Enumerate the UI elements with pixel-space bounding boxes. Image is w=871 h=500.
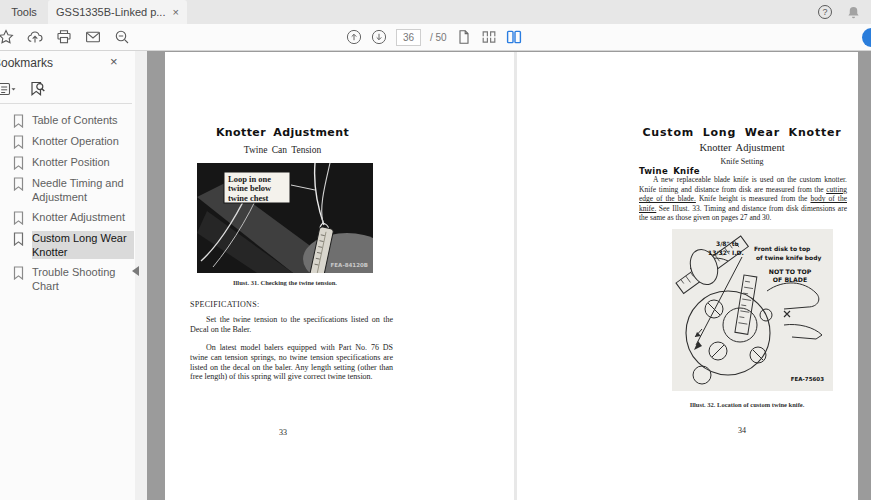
zoom-out-search-icon[interactable] — [114, 29, 130, 45]
sidebar-collapse-arrow-icon[interactable] — [132, 266, 139, 276]
not-to-top-label-line2: OF BLADE — [773, 276, 807, 283]
bookmark-item-table-of-contents[interactable]: Table of Contents — [0, 110, 135, 131]
bookmark-label: Trouble Shooting Chart — [32, 265, 134, 293]
bell-icon[interactable] — [846, 5, 861, 20]
page-number-input[interactable] — [396, 29, 421, 46]
tabbar-spacer — [187, 0, 818, 24]
tab-document-label: GSS1335B-Linked p... — [56, 6, 165, 18]
para-segment: Knife height is measured from the — [696, 194, 811, 203]
bookmark-label: Knotter Operation — [32, 134, 119, 148]
bookmark-icon — [13, 211, 24, 225]
bookmark-icon — [13, 177, 24, 191]
bookmark-item-needle-timing-and-adjustment[interactable]: Needle Timing and Adjustment — [0, 173, 135, 207]
illustration-reference-code: FEA-75603 — [791, 376, 824, 382]
section-subtitle: Twine Can Tension — [165, 145, 400, 155]
bookmark-icon — [13, 156, 24, 170]
next-page-icon[interactable] — [371, 29, 387, 45]
tab-close-icon[interactable]: × — [172, 7, 178, 18]
illustration-32-caption: Illust. 32. Location of custom twine kni… — [637, 401, 857, 408]
bookmark-item-knotter-adjustment[interactable]: Knotter Adjustment — [0, 207, 135, 228]
two-page-view-icon[interactable] — [506, 29, 522, 45]
bookmark-item-custom-long-wear-knotter[interactable]: Custom Long Wear Knotter — [0, 228, 135, 262]
photo-label-line1: Loop in one — [228, 174, 271, 184]
bookmark-label: Custom Long Wear Knotter — [32, 231, 134, 259]
right-page-paragraph: A new replaceable blade knife is used on… — [639, 175, 847, 223]
chapter-title: Custom Long Wear Knotter — [622, 126, 862, 139]
left-page-paragraph-2: On latest model balers equipped with Par… — [190, 343, 393, 382]
bookmarks-panel: Bookmarks × Table of Contents Knotter — [0, 51, 147, 500]
bookmarks-panel-title: Bookmarks — [0, 56, 53, 70]
expand-current-bookmark-icon[interactable] — [30, 81, 46, 97]
para-segment: See Illust. 33. Timing and distance from… — [639, 204, 847, 223]
continuous-scroll-view-icon[interactable] — [481, 29, 497, 45]
chapter-subtitle: Knotter Adjustment — [622, 142, 862, 153]
left-page-number: 33 — [165, 428, 401, 437]
illustration-31-caption: Illust. 31. Checking the twine tension. — [182, 279, 388, 286]
bookmark-label: Table of Contents — [32, 113, 118, 127]
sidebar-divider — [0, 103, 132, 104]
tab-tools[interactable]: Tools — [0, 0, 48, 24]
bookmark-icon — [13, 114, 24, 128]
knife-setting-label: Knife Setting — [622, 157, 862, 166]
bookmark-item-knotter-operation[interactable]: Knotter Operation — [0, 131, 135, 152]
front-disk-label-line1: Front disk to top — [754, 245, 811, 253]
single-page-view-icon[interactable] — [456, 29, 472, 45]
custom-twine-knife-illustration: 3/8" to 13/32" I.D. Front disk to top of… — [672, 229, 833, 391]
account-avatar[interactable] — [862, 28, 871, 47]
print-icon[interactable] — [56, 29, 72, 45]
share-cloud-icon[interactable] — [27, 29, 43, 45]
bookmark-item-knotter-position[interactable]: Knotter Position — [0, 152, 135, 173]
help-glyph: ? — [822, 7, 827, 17]
page-total-label: / 50 — [430, 32, 447, 43]
specifications-heading: SPECIFICATIONS: — [190, 300, 259, 309]
front-disk-label-line2: of twine knife body — [756, 254, 822, 262]
tab-bar: Tools GSS1335B-Linked p... × ? — [0, 0, 871, 24]
bookmark-icon — [13, 232, 24, 246]
tab-tools-label: Tools — [11, 6, 37, 18]
bookmark-label: Needle Timing and Adjustment — [32, 176, 134, 204]
dimension-label-line2: 13/32" I.D. — [708, 249, 744, 256]
bookmarks-list: Table of Contents Knotter Operation Knot… — [0, 110, 135, 296]
bookmarks-close-icon[interactable]: × — [110, 54, 118, 69]
bookmark-label: Knotter Adjustment — [32, 210, 125, 224]
twine-tension-photo: Loop in one twine below twine chest FEA-… — [197, 163, 373, 273]
photo-label-line3: twine chest — [228, 193, 269, 203]
email-icon[interactable] — [85, 29, 101, 45]
document-page-33: Knotter Adjustment Twine Can Tension — [165, 52, 514, 500]
right-page-number: 34 — [632, 426, 852, 435]
left-page-paragraph-1: Set the twine tension to the specificati… — [190, 315, 393, 335]
help-icon[interactable]: ? — [818, 5, 832, 19]
bookmark-item-trouble-shooting-chart[interactable]: Trouble Shooting Chart — [0, 262, 135, 296]
dimension-label-line1: 3/8" to — [716, 240, 739, 247]
favorite-star-icon[interactable] — [0, 29, 14, 45]
section-title: Knotter Adjustment — [165, 126, 400, 139]
bookmarks-options-icon[interactable] — [0, 81, 16, 97]
bookmark-icon — [13, 135, 24, 149]
toolbar: / 50 — [0, 24, 871, 51]
pdf-viewer-window: Tools GSS1335B-Linked p... × ? — [0, 0, 871, 500]
bookmark-label: Knotter Position — [32, 155, 110, 169]
tab-document[interactable]: GSS1335B-Linked p... × — [48, 0, 187, 24]
document-page-34: Custom Long Wear Knotter Knotter Adjustm… — [517, 52, 858, 500]
document-view-area[interactable]: Knotter Adjustment Twine Can Tension — [147, 51, 871, 500]
photo-label-line2: twine below — [228, 183, 272, 193]
photo-reference-code: FEA-84120B — [331, 262, 368, 268]
para-segment: A new replaceable blade knife is used on… — [639, 175, 847, 194]
not-to-top-label-line1: NOT TO TOP — [769, 268, 812, 275]
previous-page-icon[interactable] — [346, 29, 362, 45]
bookmark-icon — [13, 266, 24, 280]
